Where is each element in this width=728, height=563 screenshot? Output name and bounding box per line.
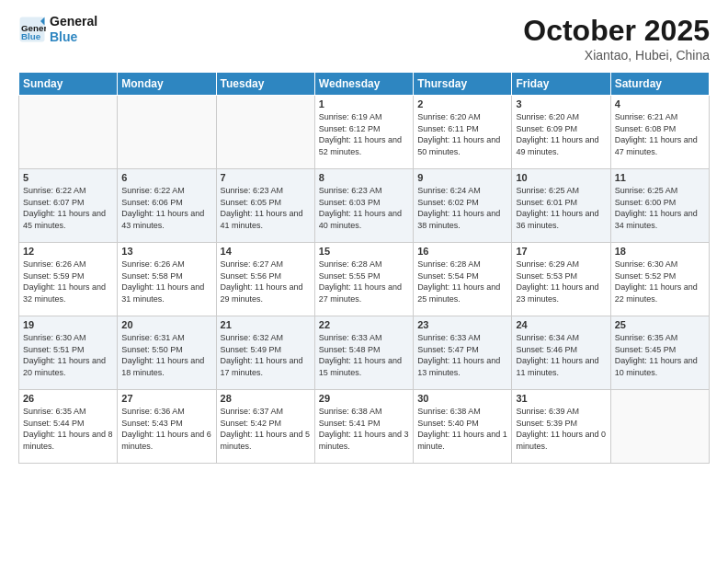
header-thursday: Thursday	[414, 73, 512, 96]
sunrise-text: Sunrise: 6:26 AM	[23, 259, 113, 270]
day-info: Sunrise: 6:33 AMSunset: 5:47 PMDaylight:…	[417, 332, 507, 378]
daylight-text: Daylight: 11 hours and 32 minutes.	[23, 282, 113, 304]
day-info: Sunrise: 6:21 AMSunset: 6:08 PMDaylight:…	[615, 111, 705, 157]
calendar-cell-w3-d2: 13Sunrise: 6:26 AMSunset: 5:58 PMDayligh…	[118, 243, 216, 316]
day-number: 31	[516, 393, 606, 404]
week-row-3: 12Sunrise: 6:26 AMSunset: 5:59 PMDayligh…	[19, 243, 710, 316]
day-number: 29	[319, 393, 409, 404]
day-info: Sunrise: 6:31 AMSunset: 5:50 PMDaylight:…	[121, 332, 211, 378]
day-info: Sunrise: 6:20 AMSunset: 6:09 PMDaylight:…	[516, 111, 606, 157]
sunrise-text: Sunrise: 6:33 AM	[417, 332, 507, 344]
sunset-text: Sunset: 6:09 PM	[516, 123, 606, 135]
sunrise-text: Sunrise: 6:28 AM	[319, 259, 409, 270]
sunrise-text: Sunrise: 6:22 AM	[23, 185, 113, 197]
week-row-5: 26Sunrise: 6:35 AMSunset: 5:44 PMDayligh…	[19, 390, 710, 464]
logo-icon: General Blue	[18, 16, 46, 43]
calendar-cell-w1-d4: 1Sunrise: 6:19 AMSunset: 6:12 PMDaylight…	[314, 96, 413, 169]
sunrise-text: Sunrise: 6:22 AM	[121, 185, 211, 197]
day-info: Sunrise: 6:25 AMSunset: 6:00 PMDaylight:…	[615, 185, 705, 231]
day-info: Sunrise: 6:36 AMSunset: 5:43 PMDaylight:…	[121, 406, 211, 452]
calendar-cell-w2-d5: 9Sunrise: 6:24 AMSunset: 6:02 PMDaylight…	[414, 169, 512, 243]
day-number: 16	[417, 246, 507, 257]
day-info: Sunrise: 6:38 AMSunset: 5:40 PMDaylight:…	[417, 406, 507, 452]
sunset-text: Sunset: 5:42 PM	[221, 418, 311, 430]
day-info: Sunrise: 6:26 AMSunset: 5:58 PMDaylight:…	[121, 259, 211, 304]
calendar-cell-w4-d4: 22Sunrise: 6:33 AMSunset: 5:48 PMDayligh…	[314, 316, 413, 390]
calendar-cell-w3-d7: 18Sunrise: 6:30 AMSunset: 5:52 PMDayligh…	[610, 243, 709, 316]
calendar-cell-w2-d6: 10Sunrise: 6:25 AMSunset: 6:01 PMDayligh…	[512, 169, 610, 243]
day-number: 19	[23, 319, 113, 330]
day-info: Sunrise: 6:23 AMSunset: 6:03 PMDaylight:…	[319, 185, 409, 231]
title-block: October 2025 Xiantao, Hubei, China	[523, 14, 710, 63]
sunset-text: Sunset: 6:01 PM	[516, 197, 606, 209]
day-info: Sunrise: 6:30 AMSunset: 5:51 PMDaylight:…	[23, 332, 113, 378]
logo-text-blue: Blue	[50, 29, 97, 45]
day-info: Sunrise: 6:34 AMSunset: 5:46 PMDaylight:…	[516, 332, 606, 378]
daylight-text: Daylight: 11 hours and 23 minutes.	[516, 282, 606, 304]
daylight-text: Daylight: 11 hours and 8 minutes.	[23, 429, 113, 452]
sunset-text: Sunset: 5:44 PM	[23, 418, 113, 430]
sunset-text: Sunset: 5:41 PM	[319, 418, 409, 430]
sunset-text: Sunset: 5:56 PM	[221, 270, 311, 282]
daylight-text: Daylight: 11 hours and 20 minutes.	[23, 355, 113, 378]
day-info: Sunrise: 6:27 AMSunset: 5:56 PMDaylight:…	[221, 259, 311, 304]
header-monday: Monday	[118, 73, 216, 96]
daylight-text: Daylight: 11 hours and 34 minutes.	[615, 208, 705, 231]
daylight-text: Daylight: 11 hours and 3 minutes.	[319, 429, 409, 452]
calendar-cell-w2-d4: 8Sunrise: 6:23 AMSunset: 6:03 PMDaylight…	[314, 169, 413, 243]
daylight-text: Daylight: 11 hours and 5 minutes.	[221, 429, 311, 452]
day-number: 13	[121, 246, 211, 257]
calendar-cell-w3-d3: 14Sunrise: 6:27 AMSunset: 5:56 PMDayligh…	[216, 243, 314, 316]
sunrise-text: Sunrise: 6:38 AM	[319, 406, 409, 418]
day-info: Sunrise: 6:28 AMSunset: 5:54 PMDaylight:…	[417, 259, 507, 304]
sunset-text: Sunset: 5:40 PM	[417, 418, 507, 430]
day-number: 22	[319, 319, 409, 330]
sunset-text: Sunset: 5:53 PM	[516, 270, 606, 282]
sunrise-text: Sunrise: 6:29 AM	[516, 259, 606, 270]
sunrise-text: Sunrise: 6:21 AM	[615, 111, 705, 123]
daylight-text: Daylight: 11 hours and 40 minutes.	[319, 208, 409, 231]
sunset-text: Sunset: 5:59 PM	[23, 270, 113, 282]
logo: General Blue General Blue	[18, 14, 97, 45]
calendar-cell-w2-d7: 11Sunrise: 6:25 AMSunset: 6:00 PMDayligh…	[610, 169, 709, 243]
sunrise-text: Sunrise: 6:19 AM	[319, 111, 409, 123]
daylight-text: Daylight: 11 hours and 38 minutes.	[417, 208, 507, 231]
sunset-text: Sunset: 5:43 PM	[121, 418, 211, 430]
calendar-cell-w4-d1: 19Sunrise: 6:30 AMSunset: 5:51 PMDayligh…	[19, 316, 118, 390]
day-number: 5	[23, 172, 113, 183]
calendar-table: Sunday Monday Tuesday Wednesday Thursday…	[18, 72, 710, 464]
calendar-cell-w4-d7: 25Sunrise: 6:35 AMSunset: 5:45 PMDayligh…	[610, 316, 709, 390]
calendar-cell-w3-d4: 15Sunrise: 6:28 AMSunset: 5:55 PMDayligh…	[314, 243, 413, 316]
day-number: 27	[121, 393, 211, 404]
sunset-text: Sunset: 5:49 PM	[221, 344, 311, 356]
day-number: 23	[417, 319, 507, 330]
svg-text:Blue: Blue	[21, 30, 41, 40]
sunrise-text: Sunrise: 6:33 AM	[319, 332, 409, 344]
daylight-text: Daylight: 11 hours and 17 minutes.	[221, 355, 311, 378]
day-number: 8	[319, 172, 409, 183]
day-info: Sunrise: 6:28 AMSunset: 5:55 PMDaylight:…	[319, 259, 409, 304]
day-info: Sunrise: 6:32 AMSunset: 5:49 PMDaylight:…	[221, 332, 311, 378]
sunset-text: Sunset: 6:06 PM	[121, 197, 211, 209]
day-number: 1	[319, 98, 409, 109]
week-row-1: 1Sunrise: 6:19 AMSunset: 6:12 PMDaylight…	[19, 96, 710, 169]
calendar-cell-w2-d2: 6Sunrise: 6:22 AMSunset: 6:06 PMDaylight…	[118, 169, 216, 243]
day-info: Sunrise: 6:22 AMSunset: 6:07 PMDaylight:…	[23, 185, 113, 231]
sunset-text: Sunset: 5:52 PM	[615, 270, 705, 282]
day-info: Sunrise: 6:23 AMSunset: 6:05 PMDaylight:…	[221, 185, 311, 231]
sunset-text: Sunset: 6:03 PM	[319, 197, 409, 209]
sunrise-text: Sunrise: 6:23 AM	[221, 185, 311, 197]
day-info: Sunrise: 6:38 AMSunset: 5:41 PMDaylight:…	[319, 406, 409, 452]
sunset-text: Sunset: 5:48 PM	[319, 344, 409, 356]
sunset-text: Sunset: 6:08 PM	[615, 123, 705, 135]
day-info: Sunrise: 6:39 AMSunset: 5:39 PMDaylight:…	[516, 406, 606, 452]
sunset-text: Sunset: 6:02 PM	[417, 197, 507, 209]
daylight-text: Daylight: 11 hours and 45 minutes.	[23, 208, 113, 231]
calendar-cell-w5-d7	[610, 390, 709, 464]
day-number: 6	[121, 172, 211, 183]
sunset-text: Sunset: 5:55 PM	[319, 270, 409, 282]
sunset-text: Sunset: 6:07 PM	[23, 197, 113, 209]
calendar-cell-w3-d6: 17Sunrise: 6:29 AMSunset: 5:53 PMDayligh…	[512, 243, 610, 316]
header-friday: Friday	[512, 73, 610, 96]
month-title: October 2025	[523, 14, 710, 48]
